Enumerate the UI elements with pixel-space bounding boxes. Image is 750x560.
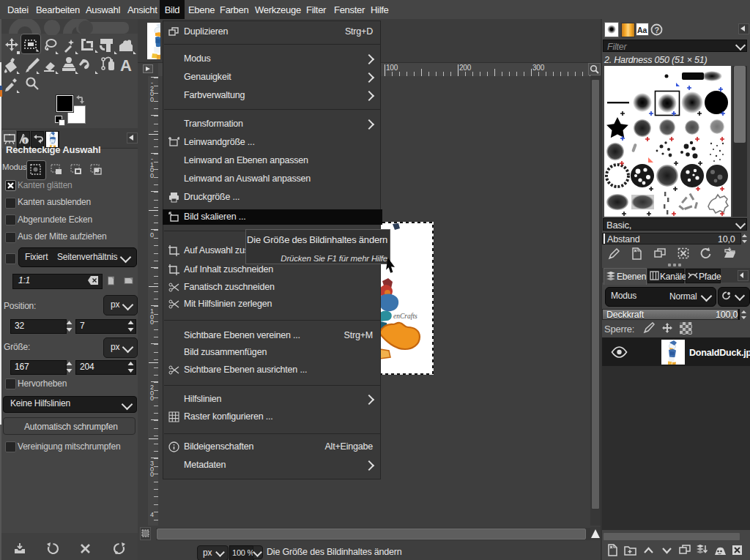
svg-text:enCrafts: enCrafts <box>393 313 417 320</box>
svg-text:i: i <box>24 138 26 144</box>
svg-text:?: ? <box>654 26 659 34</box>
svg-text:A: A <box>120 56 132 75</box>
